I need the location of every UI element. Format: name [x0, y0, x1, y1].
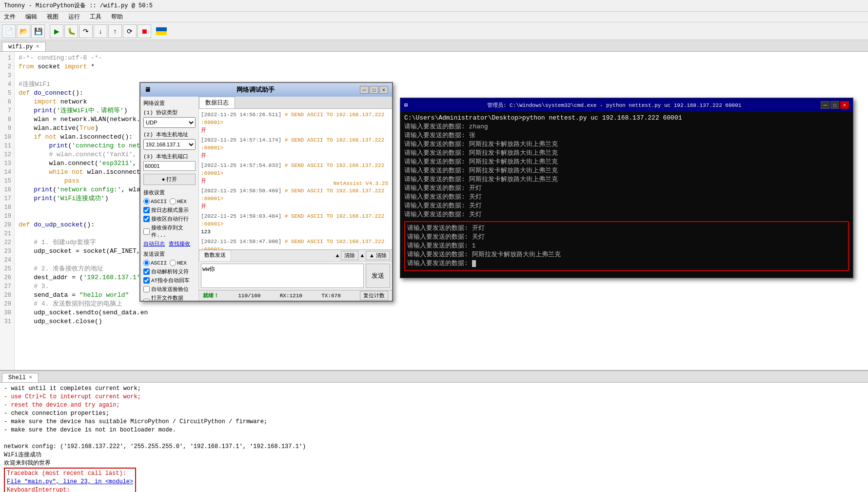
cmd-maximize-btn[interactable]: □: [830, 101, 839, 109]
open-file-checkbox[interactable]: [143, 299, 150, 301]
log-value-2: 开: [201, 153, 206, 159]
editor-tab-bar: wifi.py ×: [0, 40, 868, 52]
dialog-maximize-btn[interactable]: □: [370, 86, 378, 94]
protocol-select[interactable]: UDP: [143, 117, 196, 128]
recv-ascii-label[interactable]: ASCII: [143, 198, 167, 205]
send-panel: 数数发送 ▲ 清除 ▲ ▲ 清除 ww你 发送: [199, 249, 392, 290]
send-panel-tabs: 数数发送 ▲ 清除 ▲ ▲ 清除: [199, 250, 392, 262]
recv-hex-label[interactable]: HEX: [170, 198, 187, 205]
shell-line-1: - wait until it completes current work;: [4, 385, 141, 392]
at-return-row: AT指令自动回车: [143, 277, 196, 284]
protocol-label: (1) 协议类型: [143, 109, 196, 116]
send-tab[interactable]: 数数发送: [199, 250, 231, 261]
new-button[interactable]: 📄: [2, 24, 16, 38]
reset-btn[interactable]: 复位计数: [360, 291, 388, 300]
date-mode-row: 按日志模式显示: [143, 206, 196, 214]
run-button[interactable]: ▶: [50, 24, 63, 38]
date-mode-checkbox[interactable]: [143, 207, 150, 213]
cmd-title-bar: ⊞ 管理员: C:\Windows\system32\cmd.exe - pyt…: [400, 98, 853, 112]
menu-tools[interactable]: 工具: [88, 12, 103, 22]
shell-line-6: - make sure the device is not in bootloa…: [4, 427, 176, 433]
debug-button[interactable]: 🐛: [64, 24, 78, 38]
cmd-cursor: [472, 260, 476, 267]
step-over-button[interactable]: ↷: [79, 24, 93, 38]
send-hex-label[interactable]: HEX: [170, 260, 187, 266]
save-recv-checkbox[interactable]: [143, 228, 150, 235]
shell-file-link[interactable]: File "main.py", line 23, in <module>: [7, 478, 133, 485]
clean-send-btn[interactable]: ▲ 清除: [366, 251, 390, 260]
clear-send-btn[interactable]: 清除: [341, 251, 358, 260]
shell-line-4: - check connection properties;: [4, 410, 109, 417]
check-log-link[interactable]: 查找接收: [169, 240, 190, 247]
cmd-close-btn[interactable]: ×: [840, 101, 849, 109]
save-button[interactable]: 💾: [31, 24, 45, 38]
separator: ▲: [360, 253, 364, 259]
save-recv-row: 接收保存到文件...: [143, 224, 196, 239]
net-assist-version: NetAssist V4.3.25: [334, 181, 388, 186]
shell-tab[interactable]: Shell ×: [2, 373, 39, 382]
tab-close-button[interactable]: ×: [36, 43, 39, 50]
auto-recv-checkbox[interactable]: [143, 216, 150, 222]
file-tab[interactable]: wifi.py ×: [2, 42, 46, 51]
byte-count: 110/160: [238, 293, 260, 299]
shell-content[interactable]: - wait until it completes current work; …: [0, 383, 868, 492]
log-time-4: [2022-11-25 14:58:50.469]: [201, 188, 281, 194]
shell-traceback-label: Traceback (most recent call last):: [7, 470, 126, 477]
local-port-input[interactable]: [143, 161, 196, 171]
net-assist-dialog: 🖥 网络调试助手 ─ □ × 网络设置 (1) 协议类型 UDP (2) 本地主…: [139, 82, 393, 302]
send-textarea[interactable]: ww你: [201, 264, 364, 288]
flag-ukraine-icon: [156, 27, 167, 35]
open-button[interactable]: 📂: [17, 24, 30, 38]
cmd-redbox-2: 请输入要发送的数据: 关灯: [407, 233, 846, 242]
at-return-checkbox[interactable]: [143, 277, 150, 284]
send-hex-radio[interactable]: [170, 260, 176, 266]
log-time-3: [2022-11-25 14:57:54.933]: [201, 163, 281, 168]
network-settings-label: 网络设置: [143, 100, 196, 107]
dialog-close-btn[interactable]: ×: [379, 86, 388, 94]
cmd-line-4: 请输入要发送的数据: 阿斯拉发卡解放路大街上弗兰克: [404, 149, 849, 158]
recv-ascii-radio[interactable]: [143, 198, 150, 205]
auto-verify-checkbox[interactable]: [143, 286, 150, 292]
auto-log-link[interactable]: 自动日志: [143, 240, 165, 247]
resume-button[interactable]: ⟳: [123, 24, 137, 38]
cmd-redbox-3: 请输入要发送的数据: 1: [407, 242, 846, 250]
dialog-status-bar: 就绪！ 110/160 RX:1210 TX:678 复位计数: [199, 290, 392, 301]
menu-run[interactable]: 运行: [66, 12, 82, 22]
log-time-1: [2022-11-25 14:56:26.511]: [201, 112, 281, 118]
cmd-red-box: 请输入要发送的数据: 开灯 请输入要发送的数据: 关灯 请输入要发送的数据: 1…: [404, 221, 849, 271]
cmd-controls: ─ □ ×: [821, 101, 849, 109]
local-addr-select[interactable]: 192.168.137.1: [143, 139, 196, 150]
auto-parse-label: 自动解析转义符: [151, 268, 189, 275]
menu-file[interactable]: 文件: [2, 12, 18, 22]
menu-view[interactable]: 视图: [45, 12, 60, 22]
open-port-btn[interactable]: ● 打开: [143, 174, 196, 185]
step-out-button[interactable]: ↑: [108, 24, 122, 38]
cmd-content[interactable]: C:\Users\Administrator\Desktop>python ne…: [400, 112, 853, 278]
dialog-title-controls: ─ □ ×: [360, 86, 388, 94]
auto-parse-checkbox[interactable]: [143, 268, 150, 275]
cmd-line-10: 请输入要发送的数据: 关灯: [404, 202, 849, 210]
shell-line-5: - make sure the device has suitable Micr…: [4, 418, 267, 425]
local-addr-label: (2) 本地主机地址: [143, 131, 196, 138]
log-time-5: [2022-11-25 14:59:03.484]: [201, 213, 281, 219]
log-value-1: 开: [201, 127, 206, 133]
stop-button[interactable]: ⏹: [138, 24, 151, 38]
cmd-line-2: 请输入要发送的数据: 张: [404, 131, 849, 140]
data-log-tab[interactable]: 数据日志: [199, 97, 235, 108]
open-btn-label: ● 打开: [162, 176, 178, 183]
cmd-minimize-btn[interactable]: ─: [821, 101, 829, 109]
data-log[interactable]: [2022-11-25 14:56:26.511] # SEND ASCII T…: [199, 109, 392, 249]
dialog-title: 网络调试助手: [237, 85, 275, 94]
send-ascii-label[interactable]: ASCII: [143, 260, 167, 266]
shell-line-3: - reset the device and try again;: [4, 402, 120, 409]
menu-edit[interactable]: 编辑: [23, 12, 39, 22]
recv-hex-radio[interactable]: [170, 198, 176, 205]
send-button[interactable]: 发送: [366, 264, 390, 288]
cmd-line-7: 请输入要发送的数据: 阿斯拉发卡解放路大街上弗兰克: [404, 175, 849, 184]
menu-help[interactable]: 帮助: [109, 12, 125, 22]
send-ascii-radio[interactable]: [143, 260, 150, 266]
step-into-button[interactable]: ↓: [94, 24, 107, 38]
dialog-minimize-btn[interactable]: ─: [360, 86, 369, 94]
shell-tab-close[interactable]: ×: [29, 374, 32, 381]
menu-bar: 文件 编辑 视图 运行 工具 帮助: [0, 12, 868, 22]
